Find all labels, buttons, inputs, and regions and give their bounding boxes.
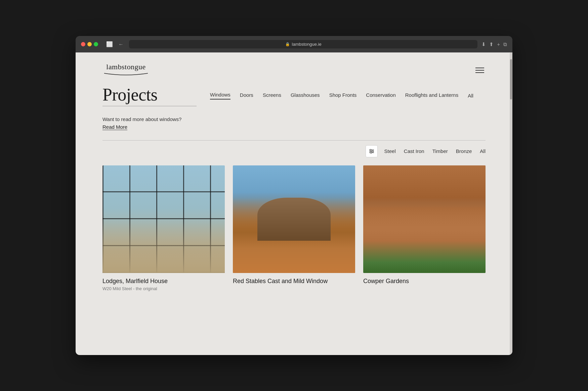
nav-item-screens[interactable]: Screens [263,92,281,99]
tabs-button[interactable]: ⧉ [503,41,507,47]
filter-lines-icon [369,148,375,154]
lock-icon: 🔒 [285,42,290,46]
hamburger-line-1 [475,68,484,68]
nav-item-all[interactable]: All [468,93,473,99]
project-subtitle-marlfield: W20 Mild Steel - the original [102,286,225,291]
scrollbar-thumb[interactable] [510,59,512,100]
project-grid: Lodges, Marlfield House W20 Mild Steel -… [102,165,486,291]
filter-row: Steel Cast Iron Timber Bronze All [102,140,486,157]
traffic-light-green[interactable] [94,42,98,46]
browser-toolbar: ⬜ ← 🔒 lambstongue.ie ⬇ ⬆ + ⧉ [76,36,512,52]
browser-window: ⬜ ← 🔒 lambstongue.ie ⬇ ⬆ + ⧉ lambstongue [76,36,512,355]
svg-point-4 [372,151,373,152]
share-button[interactable]: ⬆ [489,41,494,47]
project-image-marlfield [102,165,225,273]
material-filters: Steel Cast Iron Timber Bronze All [384,148,486,155]
site-header: lambstongue [76,52,512,85]
download-button[interactable]: ⬇ [481,41,486,47]
page-content: lambstongue Projects Windows [76,52,512,355]
svg-point-5 [370,152,372,153]
traffic-lights [81,42,98,46]
svg-point-3 [370,149,371,151]
project-title-marlfield: Lodges, Marlfield House [102,278,225,285]
project-card-cowper[interactable]: Cowper Gardens [363,165,486,291]
address-bar[interactable]: 🔒 lambstongue.ie [129,40,477,48]
material-filter-bronze[interactable]: Bronze [456,148,472,155]
material-filter-steel[interactable]: Steel [384,148,396,155]
material-filter-castiron[interactable]: Cast Iron [404,148,424,155]
sidebar-toggle-button[interactable]: ⬜ [105,40,114,48]
read-more-link[interactable]: Read More [102,124,127,130]
nav-item-rooflights[interactable]: Rooflights and Lanterns [405,92,458,99]
projects-nav: Windows Doors Screens Glasshouses Shop F… [210,92,473,100]
traffic-light-yellow[interactable] [87,42,92,46]
logo-text: lambstongue [106,63,145,71]
browser-actions: ⬇ ⬆ + ⧉ [481,41,507,47]
nav-item-conservation[interactable]: Conservation [366,92,395,99]
nav-item-windows[interactable]: Windows [210,92,230,100]
project-card-marlfield[interactable]: Lodges, Marlfield House W20 Mild Steel -… [102,165,225,291]
read-more-section: Want to read more about windows? Read Mo… [102,116,486,130]
scrollbar[interactable] [510,52,512,355]
logo[interactable]: lambstongue [102,63,150,78]
page-title: Projects [102,85,197,106]
project-title-cowper: Cowper Gardens [363,278,486,285]
material-filter-all[interactable]: All [480,148,486,155]
nav-item-glasshouses[interactable]: Glasshouses [291,92,320,99]
material-filter-timber[interactable]: Timber [432,148,448,155]
hamburger-line-3 [475,72,484,73]
projects-section: Projects Windows Doors Screens Glasshous… [76,85,512,291]
project-image-cowper [363,165,486,273]
browser-controls: ⬜ ← [105,40,125,48]
read-more-prompt: Want to read more about windows? [102,116,486,122]
hamburger-menu-button[interactable] [474,66,486,74]
project-image-redstables [233,165,355,273]
add-tab-button[interactable]: + [497,41,500,47]
nav-item-doors[interactable]: Doors [240,92,253,99]
traffic-light-red[interactable] [81,42,85,46]
nav-item-shopfronts[interactable]: Shop Fronts [329,92,357,99]
url-text: lambstongue.ie [292,42,322,47]
back-button[interactable]: ← [117,41,125,48]
logo-underline [102,71,150,78]
projects-header: Projects Windows Doors Screens Glasshous… [102,85,486,106]
project-title-redstables: Red Stables Cast and Mild Window [233,278,355,285]
filter-icon-button[interactable] [366,145,378,157]
hamburger-line-2 [475,70,484,71]
project-card-redstables[interactable]: Red Stables Cast and Mild Window [233,165,355,291]
